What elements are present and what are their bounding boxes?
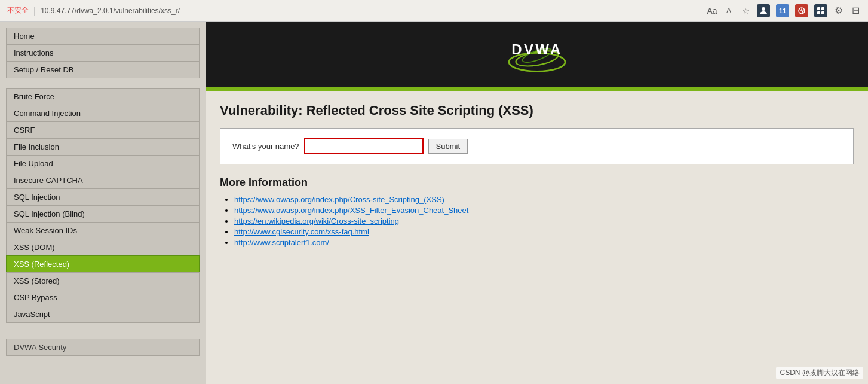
sidebar-item-csp-bypass[interactable]: CSP Bypass xyxy=(6,289,200,306)
list-item: http://www.scriptalert1.com/ xyxy=(234,238,854,247)
link-2[interactable]: https://www.owasp.org/index.php/XSS_Filt… xyxy=(234,206,468,215)
browser-bar: 不安全 | 10.9.47.77/dvwa_2.0.1/vulnerabilit… xyxy=(0,0,868,22)
bookmark-icon[interactable]: ☆ xyxy=(740,5,751,16)
sidebar-item-insecure-captcha[interactable]: Insecure CAPTCHA xyxy=(6,172,200,188)
svg-rect-5 xyxy=(821,11,824,14)
dvwa-header: DVWA xyxy=(206,22,868,87)
sidebar-item-home[interactable]: Home xyxy=(6,28,200,44)
svg-text:DVWA: DVWA xyxy=(511,41,563,57)
svg-rect-3 xyxy=(821,7,824,10)
sidebar-item-file-upload[interactable]: File Upload xyxy=(6,155,200,172)
content-area: DVWA Vulnerability: Reflected Cross Site… xyxy=(206,22,868,384)
browser-icons: Aa A ☆ 11 ⚙ ⊟ xyxy=(707,4,861,17)
sidebar-item-instructions[interactable]: Instructions xyxy=(6,44,200,61)
link-1[interactable]: https://www.owasp.org/index.php/Cross-si… xyxy=(234,195,444,204)
link-5[interactable]: http://www.scriptalert1.com/ xyxy=(234,238,329,247)
name-label: What's your name? xyxy=(232,142,299,151)
sidebar-item-setup[interactable]: Setup / Reset DB xyxy=(6,61,200,78)
extension-1-icon[interactable]: 11 xyxy=(776,4,789,17)
separator: | xyxy=(33,5,36,16)
list-item: https://en.wikipedia.org/wiki/Cross-site… xyxy=(234,217,854,225)
sidebar-item-xss-stored[interactable]: XSS (Stored) xyxy=(6,272,200,289)
dvwa-logo: DVWA xyxy=(501,31,573,78)
font-size-icon[interactable]: A xyxy=(723,5,734,16)
extension-2-icon[interactable] xyxy=(795,4,808,17)
page-title: Vulnerability: Reflected Cross Site Scri… xyxy=(220,103,854,118)
submit-button[interactable]: Submit xyxy=(428,139,468,154)
sidebar-group-main: Home Instructions Setup / Reset DB xyxy=(6,28,200,78)
sidebar-item-csrf[interactable]: CSRF xyxy=(6,121,200,138)
form-box: What's your name? Submit xyxy=(220,128,854,164)
dvwa-security-label[interactable]: DVWA Security xyxy=(6,339,200,356)
sidebar-item-xss-reflected[interactable]: XSS (Reflected) xyxy=(6,255,200,272)
name-input[interactable] xyxy=(304,138,424,154)
list-item: http://www.cgisecurity.com/xss-faq.html xyxy=(234,227,854,236)
svg-rect-2 xyxy=(817,7,820,10)
more-info-title: More Information xyxy=(220,176,854,189)
sidebar-group-vulns: Brute Force Command Injection CSRF File … xyxy=(6,88,200,323)
security-warning: 不安全 xyxy=(7,5,29,16)
sidebar-item-command-injection[interactable]: Command Injection xyxy=(6,105,200,121)
watermark: CSDN @拔脚大汉在网络 xyxy=(776,367,863,379)
list-item: https://www.owasp.org/index.php/Cross-si… xyxy=(234,195,854,204)
sidebar-item-file-inclusion[interactable]: File Inclusion xyxy=(6,138,200,155)
sidebar-item-sql-injection-blind[interactable]: SQL Injection (Blind) xyxy=(6,205,200,222)
list-item: https://www.owasp.org/index.php/XSS_Filt… xyxy=(234,206,854,215)
sidebar: Home Instructions Setup / Reset DB Brute… xyxy=(0,22,206,384)
extension-3-icon[interactable] xyxy=(814,4,827,17)
svg-rect-4 xyxy=(817,11,820,14)
sidebar-item-xss-dom[interactable]: XSS (DOM) xyxy=(6,239,200,255)
sidebar-item-javascript[interactable]: JavaScript xyxy=(6,306,200,323)
sidebar-item-sql-injection[interactable]: SQL Injection xyxy=(6,188,200,205)
sidebar-item-weak-session[interactable]: Weak Session IDs xyxy=(6,222,200,239)
link-3[interactable]: https://en.wikipedia.org/wiki/Cross-site… xyxy=(234,217,399,225)
main-layout: Home Instructions Setup / Reset DB Brute… xyxy=(0,22,868,384)
profile-icon[interactable] xyxy=(757,4,770,17)
link-4[interactable]: http://www.cgisecurity.com/xss-faq.html xyxy=(234,227,369,236)
form-row: What's your name? Submit xyxy=(232,138,841,154)
url-bar[interactable]: 10.9.47.77/dvwa_2.0.1/vulnerabilities/xs… xyxy=(41,7,180,15)
sidebar-item-brute-force[interactable]: Brute Force xyxy=(6,88,200,105)
sidebar-toggle-icon[interactable]: ⊟ xyxy=(850,5,861,16)
settings-icon[interactable]: ⚙ xyxy=(833,5,844,16)
links-list: https://www.owasp.org/index.php/Cross-si… xyxy=(220,195,854,247)
page-content: Vulnerability: Reflected Cross Site Scri… xyxy=(206,91,868,384)
font-icon[interactable]: Aa xyxy=(707,5,717,16)
svg-point-0 xyxy=(762,7,765,11)
